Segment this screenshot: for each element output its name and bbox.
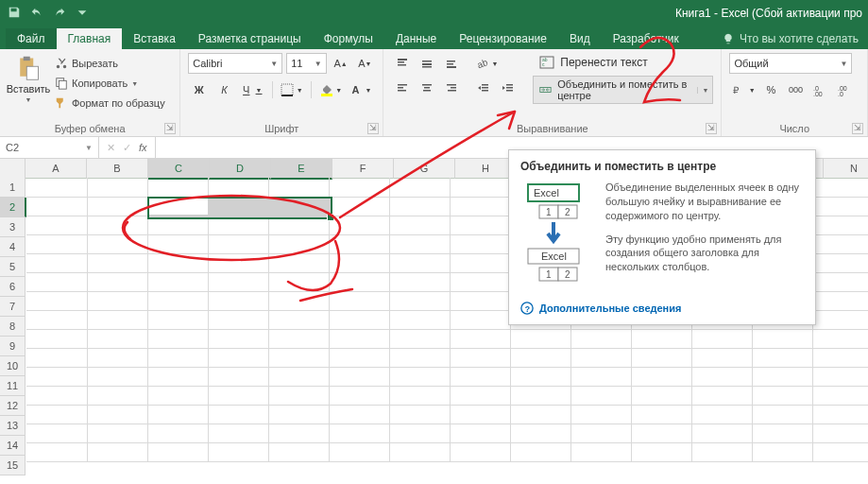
cell[interactable] (87, 272, 148, 292)
orientation-button[interactable]: ab▼ (472, 53, 501, 74)
cell[interactable] (510, 386, 571, 406)
tab-home[interactable]: Главная (57, 28, 123, 49)
col-header-A[interactable]: A (26, 159, 87, 179)
cell[interactable] (147, 310, 209, 330)
row-header-2[interactable]: 2 (0, 198, 26, 217)
cell[interactable] (389, 329, 451, 349)
qat-customize-icon[interactable] (76, 6, 89, 22)
cell[interactable] (389, 197, 451, 216)
increase-indent-button[interactable] (497, 78, 519, 98)
cell[interactable] (812, 291, 868, 311)
cell[interactable] (389, 291, 451, 311)
redo-icon[interactable] (53, 6, 66, 22)
paste-button[interactable]: Вставить ▼ (8, 53, 49, 103)
cell[interactable] (812, 405, 868, 424)
cell[interactable] (26, 272, 88, 292)
row-header-3[interactable]: 3 (0, 217, 26, 237)
cell[interactable] (329, 405, 390, 424)
cell[interactable] (570, 442, 632, 462)
cell[interactable] (691, 329, 753, 349)
cell[interactable] (329, 386, 390, 406)
fill-color-button[interactable]: ▼ (317, 79, 345, 100)
row-header-12[interactable]: 12 (0, 396, 26, 416)
cell[interactable] (812, 329, 868, 349)
row-header-4[interactable]: 4 (0, 237, 26, 257)
cell[interactable] (450, 405, 511, 424)
cell[interactable] (147, 234, 209, 254)
increase-decimal-button[interactable]: .0.00 (808, 79, 831, 100)
cell[interactable] (450, 348, 511, 368)
cell[interactable] (510, 424, 571, 443)
row-header-15[interactable]: 15 (0, 456, 26, 475)
cell[interactable] (208, 291, 269, 311)
cell[interactable] (812, 178, 868, 198)
cell[interactable] (450, 310, 511, 330)
cell[interactable] (450, 386, 511, 406)
cell[interactable] (510, 442, 571, 462)
decrease-font-button[interactable]: A▼ (354, 53, 375, 74)
cell[interactable] (752, 386, 813, 406)
cell[interactable] (389, 405, 451, 424)
cell[interactable] (26, 442, 88, 462)
cell[interactable] (87, 291, 148, 311)
tell-me[interactable]: Что вы хотите сделать (713, 28, 868, 49)
row-header-8[interactable]: 8 (0, 317, 26, 337)
merge-dropdown-icon[interactable]: ▼ (697, 87, 708, 94)
cell[interactable] (87, 310, 148, 330)
cell[interactable] (26, 367, 88, 387)
align-bottom-button[interactable] (440, 53, 463, 74)
font-dialog-launcher[interactable]: ⇲ (367, 123, 379, 134)
cell[interactable] (812, 367, 868, 387)
tab-data[interactable]: Данные (384, 28, 448, 49)
font-name-combo[interactable]: Calibri▼ (188, 53, 282, 74)
tooltip-more-link[interactable]: ? Дополнительные сведения (520, 302, 804, 315)
cell[interactable] (570, 405, 632, 424)
comma-button[interactable]: 000 (784, 79, 807, 100)
cell[interactable] (752, 367, 813, 387)
cell[interactable] (812, 424, 868, 443)
cell[interactable] (268, 178, 330, 198)
cell[interactable] (389, 253, 451, 273)
percent-button[interactable]: % (759, 79, 782, 100)
cell[interactable] (389, 424, 451, 443)
col-header-N[interactable]: N (824, 159, 868, 179)
cell[interactable] (812, 253, 868, 273)
row-header-11[interactable]: 11 (0, 376, 26, 396)
cell[interactable] (26, 405, 88, 424)
cell[interactable] (389, 367, 451, 387)
cell[interactable] (631, 367, 692, 387)
cell[interactable] (631, 348, 692, 368)
cell[interactable] (570, 386, 632, 406)
cell[interactable] (268, 291, 330, 311)
cell[interactable] (329, 348, 390, 368)
cell[interactable] (570, 348, 632, 368)
align-top-button[interactable] (391, 53, 414, 74)
cell[interactable] (450, 253, 511, 273)
italic-button[interactable]: К (213, 79, 235, 100)
cell[interactable] (691, 424, 753, 443)
cell[interactable] (450, 329, 511, 349)
cell[interactable] (208, 405, 269, 424)
cell[interactable] (208, 310, 269, 330)
col-header-E[interactable]: E (271, 159, 332, 180)
cell[interactable] (329, 310, 390, 330)
cancel-icon[interactable]: ✕ (107, 142, 115, 154)
cell[interactable] (208, 253, 269, 273)
cell[interactable] (147, 178, 209, 198)
cell[interactable] (329, 272, 390, 292)
cell[interactable] (268, 253, 330, 273)
cell[interactable] (268, 348, 330, 368)
col-header-D[interactable]: D (210, 159, 271, 180)
align-left-button[interactable] (391, 78, 414, 98)
border-button[interactable]: ▼ (279, 79, 306, 100)
cell[interactable] (87, 348, 148, 368)
cell[interactable] (450, 197, 511, 216)
cell[interactable] (147, 424, 209, 443)
cell[interactable] (450, 216, 511, 235)
cell[interactable] (208, 386, 269, 406)
font-color-button[interactable]: A▼ (349, 79, 376, 100)
cell[interactable] (389, 442, 451, 462)
cell[interactable] (147, 253, 209, 273)
cell[interactable] (268, 310, 330, 330)
cell[interactable] (87, 405, 148, 424)
